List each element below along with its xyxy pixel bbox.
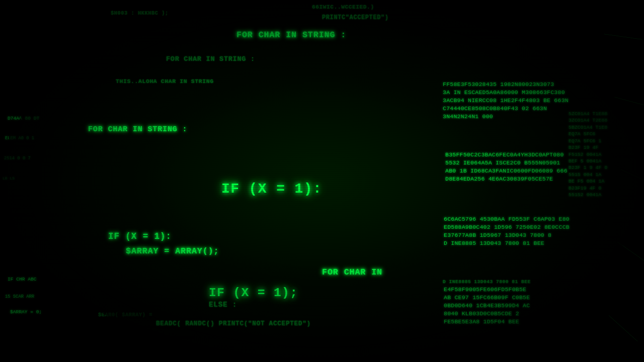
code-line-line16: D INE8885 13D043 7800 81 BEE bbox=[443, 279, 531, 285]
code-line-line2: PRINTC"ACCEPTED") bbox=[322, 14, 389, 21]
main-screen: 66IWIC..WCCEIED.)PRINTC"ACCEPTED")FOR CH… bbox=[0, 0, 644, 362]
rstreak-2: ──────────────────── bbox=[620, 168, 644, 188]
left-code-lc5: IF CHR ABC bbox=[8, 277, 37, 282]
code-line-line15: BEADC( RANDC() PRINTC("NOT ACCEPTED") bbox=[156, 320, 311, 327]
left-code-lc1: D74AA 80 DT bbox=[8, 116, 39, 121]
hex-block-hex2: B35FF50C2C3BAC6FEC0A4YH3DC0APT0805532 IE… bbox=[445, 151, 568, 183]
code-line-line10: $ARRAY = ARRAY(); bbox=[126, 246, 219, 256]
code-line-line4: $H003 : HKKHBC ); bbox=[111, 10, 169, 16]
left-code-lc6: 15 SCAR ARR bbox=[5, 294, 34, 299]
code-line-line9: IF (X = 1): bbox=[108, 231, 172, 241]
left-code-lc7: $ARRAY = 0; bbox=[10, 309, 42, 315]
code-line-line12: IF (X = 1); bbox=[209, 286, 298, 300]
rstreak-0: ──────────────────── bbox=[604, 33, 642, 42]
rstreak-3: ──────────────────── bbox=[616, 241, 644, 266]
left-code-lc3: 2514 0 0 7 bbox=[4, 156, 31, 161]
hex-block-hex4: E4F58F9005FE606FD5F0B5EAB CE97 15FC66B09… bbox=[444, 286, 530, 326]
code-line-line14: $EAR0( $ARRAY) = bbox=[98, 312, 152, 318]
left-code-lc2: ELEM A0 0 1 bbox=[5, 136, 34, 141]
code-line-line8: IF (X = 1): bbox=[221, 181, 322, 197]
hex-block-hex3: 6C6AC5796 4530BAA FD553F C6AP03 E80ED588… bbox=[444, 215, 570, 247]
code-line-line3: FOR CHAR IN STRING : bbox=[236, 30, 346, 40]
code-line-line1: 66IWIC..WCCEIED.) bbox=[312, 4, 374, 10]
hex-block-hex1: FF58E3F53028435 1982N80023N30733A IN ESC… bbox=[443, 80, 569, 121]
code-line-line7: FOR CHAR IN STRING : bbox=[88, 125, 187, 134]
code-line-line11: FOR CHAR IN bbox=[322, 267, 382, 277]
rstreak-1: ──────────────────── bbox=[614, 96, 644, 109]
code-line-line5: FOR CHAR IN STRING : bbox=[166, 55, 255, 63]
code-line-line6: THIS..ALOHA CHAR IN STRING bbox=[116, 78, 214, 84]
left-code-lc4: LB LS bbox=[3, 176, 15, 180]
code-container: 66IWIC..WCCEIED.)PRINTC"ACCEPTED")FOR CH… bbox=[0, 0, 644, 362]
hex-block-hex5-far-right: 5ZC01A4 T1E8B3ZCO1A4 T2E885BZCO1A4 T1E8E… bbox=[569, 111, 607, 198]
code-line-line13: ELSE : bbox=[209, 301, 237, 309]
rstreak-4: ──────────────────── bbox=[608, 314, 639, 343]
